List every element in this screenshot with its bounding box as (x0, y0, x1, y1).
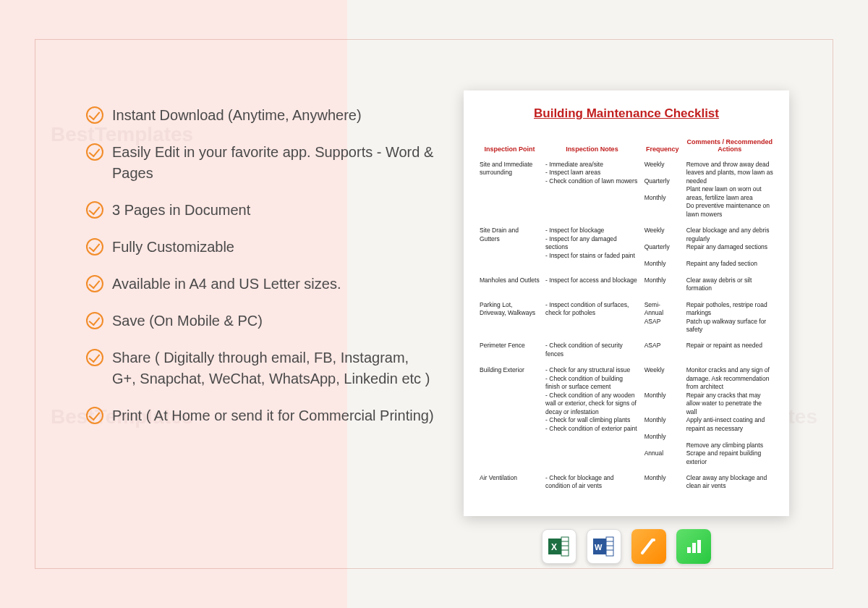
cell-inspection-point: Site Drain and Gutters (477, 221, 542, 270)
cell-inspection-notes: - Inspect for blockage - Inspect for any… (542, 221, 642, 270)
cell-comments: Monitor cracks and any sign of damage. A… (684, 360, 776, 468)
feature-text: Easily Edit in your favorite app. Suppor… (112, 142, 435, 184)
pages-icon (631, 529, 666, 564)
table-row: Building Exterior- Check for any structu… (477, 360, 776, 468)
table-row: Air Ventilation- Check for blockage and … (477, 468, 776, 493)
app-icons-row: X W (542, 529, 711, 564)
feature-text: Instant Download (Anytime, Anywhere) (112, 105, 362, 126)
feature-item: Print ( At Home or send it for Commercia… (86, 405, 435, 426)
check-icon (86, 143, 103, 161)
cell-frequency: ASAP (642, 336, 684, 360)
feature-item: Instant Download (Anytime, Anywhere) (86, 105, 435, 126)
check-icon (86, 407, 103, 424)
cell-comments: Remove and throw away dead leaves and pl… (684, 159, 776, 221)
document-preview: Building Maintenance Checklist Inspectio… (464, 90, 789, 516)
table-row: Perimeter Fence- Check condition of secu… (477, 336, 776, 360)
svg-text:W: W (595, 543, 603, 552)
cell-inspection-notes: - Inspect for access and blockage (542, 271, 642, 295)
check-icon (86, 349, 103, 366)
cell-comments: Repair or repaint as needed (684, 336, 776, 360)
feature-item: Save (On Mobile & PC) (86, 311, 435, 332)
excel-icon: X (542, 529, 576, 564)
cell-inspection-notes: - Check condition of security fences (542, 336, 642, 360)
svg-rect-1 (561, 537, 569, 556)
check-icon (86, 312, 103, 329)
checklist-table: Inspection Point Inspection Notes Freque… (477, 135, 776, 493)
feature-item: Available in A4 and US Letter sizes. (86, 274, 435, 295)
feature-item: 3 Pages in Document (86, 200, 435, 221)
table-row: Manholes and Outlets- Inspect for access… (477, 271, 776, 295)
cell-frequency: Weekly Quarterly Monthly (642, 221, 684, 270)
svg-text:X: X (551, 542, 557, 552)
feature-text: Fully Customizable (112, 237, 234, 258)
numbers-icon (676, 529, 711, 564)
col-inspection-notes: Inspection Notes (542, 135, 642, 159)
cell-inspection-point: Air Ventilation (477, 468, 542, 493)
table-row: Parking Lot, Driveway, Walkways- Inspect… (477, 295, 776, 337)
table-row: Site Drain and Gutters- Inspect for bloc… (477, 221, 776, 270)
svg-rect-7 (606, 537, 613, 556)
cell-inspection-notes: - Check for any structural issue - Check… (542, 360, 642, 468)
document-preview-wrap: Building Maintenance Checklist Inspectio… (464, 90, 789, 539)
col-inspection-point: Inspection Point (477, 135, 542, 159)
cell-inspection-point: Perimeter Fence (477, 336, 542, 360)
checklist-body: Site and Immediate surrounding- Immediat… (477, 159, 776, 493)
svg-rect-14 (692, 543, 696, 553)
col-frequency: Frequency (642, 135, 684, 159)
cell-inspection-point: Parking Lot, Driveway, Walkways (477, 295, 542, 337)
feature-item: Share ( Digitally through email, FB, Ins… (86, 347, 435, 389)
check-icon (86, 201, 103, 219)
cell-frequency: Weekly Quarterly Monthly (642, 159, 684, 221)
svg-point-12 (652, 539, 655, 541)
cell-frequency: Monthly (642, 271, 684, 295)
cell-inspection-notes: - Inspect condition of surfaces, check f… (542, 295, 642, 337)
feature-item: Fully Customizable (86, 237, 435, 258)
feature-list: Instant Download (Anytime, Anywhere) Eas… (86, 90, 435, 539)
cell-frequency: Semi- Annual ASAP (642, 295, 684, 337)
table-row: Site and Immediate surrounding- Immediat… (477, 159, 776, 221)
cell-inspection-point: Site and Immediate surrounding (477, 159, 542, 221)
feature-item: Easily Edit in your favorite app. Suppor… (86, 142, 435, 184)
cell-inspection-point: Building Exterior (477, 360, 542, 468)
cell-frequency: Weekly Monthly Monthly Monthly Annual (642, 360, 684, 468)
check-icon (86, 238, 103, 256)
col-comments: Comments / Recommended Actions (684, 135, 776, 159)
cell-comments: Repair potholes, restripe road markings … (684, 295, 776, 337)
cell-inspection-notes: - Immediate area/site - Inspect lawn are… (542, 159, 642, 221)
check-icon (86, 106, 103, 124)
cell-comments: Clear blockage and any debris regularly … (684, 221, 776, 270)
svg-rect-13 (687, 547, 691, 553)
cell-frequency: Monthly (642, 468, 684, 493)
word-icon: W (587, 529, 621, 564)
feature-text: Available in A4 and US Letter sizes. (112, 274, 341, 295)
feature-text: Share ( Digitally through email, FB, Ins… (112, 347, 435, 389)
content-frame: Instant Download (Anytime, Anywhere) Eas… (35, 39, 833, 569)
cell-inspection-point: Manholes and Outlets (477, 271, 542, 295)
cell-comments: Clear away any blockage and clean air ve… (684, 468, 776, 493)
feature-text: Save (On Mobile & PC) (112, 311, 263, 332)
feature-text: 3 Pages in Document (112, 200, 250, 221)
feature-text: Print ( At Home or send it for Commercia… (112, 405, 434, 426)
check-icon (86, 275, 103, 292)
document-title: Building Maintenance Checklist (477, 106, 776, 121)
cell-inspection-notes: - Check for blockage and condition of ai… (542, 468, 642, 493)
cell-comments: Clear away debris or silt formation (684, 271, 776, 295)
svg-rect-15 (697, 540, 701, 553)
